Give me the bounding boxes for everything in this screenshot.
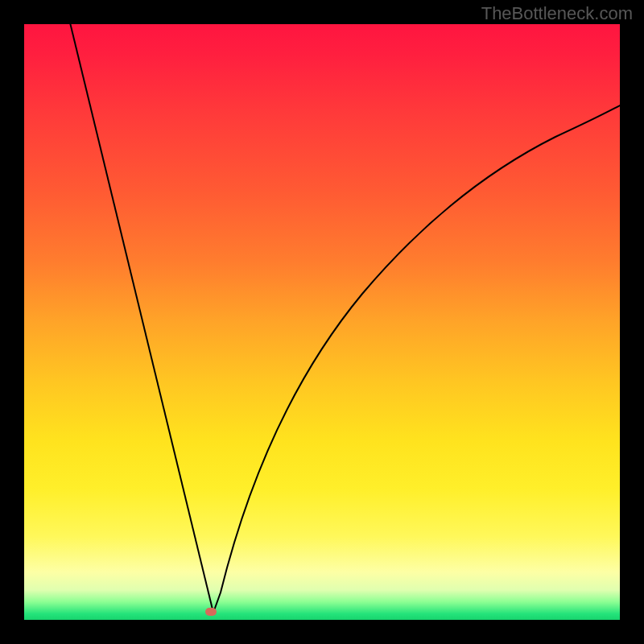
curve-right-branch [213,105,620,613]
chart-frame: TheBottleneck.com [0,0,644,644]
bottleneck-curve [24,24,620,620]
plot-area [24,24,620,620]
watermark-text: TheBottleneck.com [481,3,633,24]
curve-left-branch [68,24,213,613]
bottleneck-marker [205,608,217,616]
